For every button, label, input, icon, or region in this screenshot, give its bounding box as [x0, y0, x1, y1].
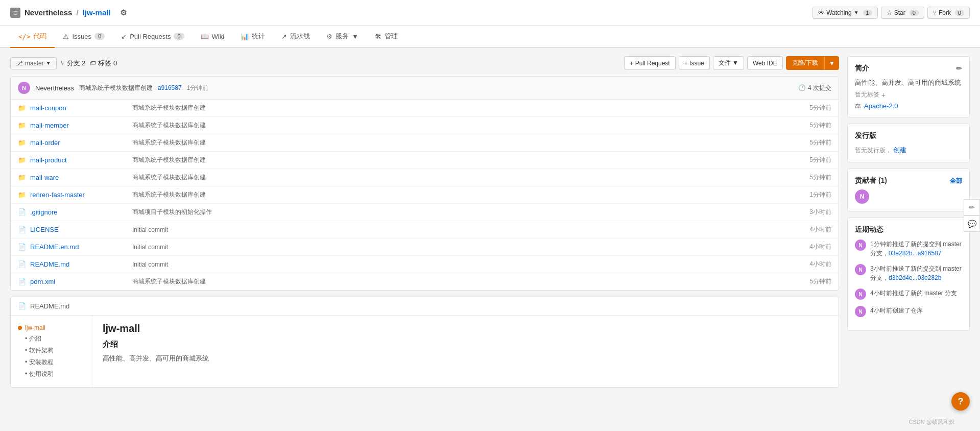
file-name[interactable]: mall-member — [30, 122, 122, 129]
commit-author[interactable]: Nevertheless — [35, 84, 74, 92]
file-name[interactable]: renren-fast-master — [30, 191, 122, 199]
activity-link[interactable]: 03e282b...a916587 — [889, 250, 941, 257]
readme-filename: README.md — [30, 302, 69, 310]
tab-code[interactable]: </> 代码 — [10, 26, 55, 48]
star-count: 0 — [910, 10, 919, 16]
branch-selector[interactable]: ⎇ master ▼ — [10, 57, 57, 69]
tab-pulls[interactable]: ↙ Pull Requests 0 — [113, 26, 192, 48]
files-button[interactable]: 文件 ▼ — [713, 56, 744, 70]
repo-name[interactable]: ljw-mall — [83, 8, 111, 17]
file-name[interactable]: mall-order — [30, 139, 122, 147]
contributors-all-link[interactable]: 全部 — [950, 177, 962, 185]
create-release-link[interactable]: 创建 — [893, 146, 906, 154]
web-ide-button[interactable]: Web IDE — [747, 56, 783, 70]
tag-label-text: 暂无标签 — [855, 90, 879, 99]
toc-item[interactable]: ljw-mall — [18, 323, 85, 333]
file-name[interactable]: LICENSE — [30, 226, 122, 233]
file-name[interactable]: mall-product — [30, 156, 122, 164]
tab-wiki[interactable]: 📖 Wiki — [193, 26, 233, 48]
file-name[interactable]: pom.xml — [30, 278, 122, 285]
activity-avatar: N — [855, 264, 866, 275]
file-time: 5分钟前 — [809, 173, 831, 182]
tab-issues[interactable]: ⚠ Issues 0 — [55, 26, 113, 48]
tab-admin[interactable]: 🛠 管理 — [367, 26, 406, 48]
commit-hash[interactable]: a916587 — [158, 84, 182, 91]
pull-request-button[interactable]: + Pull Request — [624, 56, 675, 70]
file-time: 5分钟前 — [809, 104, 831, 112]
release-empty-text: 暂无发行版， — [855, 147, 892, 154]
toc-item[interactable]: • 介绍 — [18, 333, 85, 345]
clone-download-group: 克隆/下载 ▼ — [786, 56, 839, 70]
watch-button[interactable]: 👁 Watching ▼ 1 — [812, 7, 878, 19]
issue-button[interactable]: + Issue — [679, 56, 710, 70]
tab-pipeline[interactable]: ↗ 流水线 — [273, 26, 318, 48]
tab-stats[interactable]: 📊 统计 — [232, 26, 273, 48]
top-actions: 👁 Watching ▼ 1 ☆ Star 0 ⑂ Fork 0 — [812, 7, 970, 19]
folder-icon: 📁 — [18, 122, 26, 129]
add-tag-button[interactable]: + — [881, 91, 886, 99]
file-name[interactable]: mall-ware — [30, 174, 122, 181]
repo-owner[interactable]: Nevertheless — [25, 8, 72, 17]
readme-title: ljw-mall — [103, 323, 828, 334]
file-commit-msg: Initial commit — [132, 244, 799, 251]
file-row: 📁mall-product商城系统子模块数据库创建5分钟前 — [11, 152, 839, 169]
file-name[interactable]: mall-coupon — [30, 104, 122, 112]
file-commit-msg: 商城系统子模块数据库创建 — [132, 156, 799, 164]
contributor-avatar-n[interactable]: N — [855, 189, 869, 204]
toc-item[interactable]: • 使用说明 — [18, 368, 85, 380]
tab-wiki-label: Wiki — [212, 33, 225, 40]
activity-link[interactable]: d3b2d4e...03e282b — [889, 274, 941, 281]
file-row: 📄pom.xml商城系统子模块数据库创建5分钟前 — [11, 273, 839, 290]
release-title: 发行版 — [855, 131, 962, 140]
activity-text: 3小时前推送了新的提交到 master 分支，d3b2d4e...03e282b — [870, 264, 962, 282]
star-button[interactable]: ☆ Star 0 — [881, 7, 924, 19]
file-name[interactable]: .gitignore — [30, 208, 122, 216]
fork-button[interactable]: ⑂ Fork 0 — [927, 7, 970, 19]
files-label: 文件 — [719, 59, 731, 66]
release-section: 发行版 暂无发行版， 创建 — [847, 124, 970, 162]
file-name[interactable]: README.en.md — [30, 243, 122, 251]
tab-nav: </> 代码 ⚠ Issues 0 ↙ Pull Requests 0 📖 Wi… — [0, 26, 980, 48]
tags-meta[interactable]: 🏷 标签 0 — [89, 59, 117, 68]
repo-settings-icon[interactable]: ⚙ — [120, 8, 127, 17]
file-row: 📁mall-coupon商城系统子模块数据库创建5分钟前 — [11, 100, 839, 117]
clone-dropdown-button[interactable]: ▼ — [824, 56, 839, 70]
activity-items: N1分钟前推送了新的提交到 master 分支，03e282b...a91658… — [855, 240, 962, 317]
intro-section: 简介 ✏ 高性能、高并发、高可用的商城系统 暂无标签 + ⚖ Apache-2.… — [847, 56, 970, 117]
left-panel: ⎇ master ▼ ⑂ 分支 2 🏷 标签 0 + Pull Request … — [10, 56, 839, 388]
readme-header: 📄 README.md — [11, 297, 839, 316]
activity-item: N4小时前推送了新的 master 分支 — [855, 289, 962, 300]
toc-item[interactable]: • 安装教程 — [18, 356, 85, 368]
pulls-icon: ↙ — [121, 33, 127, 40]
repo-separator: / — [76, 8, 78, 17]
license-link[interactable]: Apache-2.0 — [864, 102, 898, 110]
folder-icon: 📁 — [18, 191, 26, 199]
commit-row: N Nevertheless 商城系统子模块数据库创建 a916587 1分钟前… — [11, 77, 839, 100]
edit-icon[interactable]: ✏ — [956, 64, 962, 73]
clone-button[interactable]: 克隆/下载 — [786, 56, 824, 70]
tab-admin-label: 管理 — [385, 32, 398, 41]
branches-meta[interactable]: ⑂ 分支 2 — [61, 59, 86, 68]
contributors-title: 贡献者 (1) 全部 — [855, 176, 962, 185]
file-commit-msg: 商城项目子模块的初始化操作 — [132, 208, 799, 217]
file-time: 3小时前 — [809, 208, 831, 217]
commit-count[interactable]: 4 次提交 — [808, 84, 831, 92]
tab-services[interactable]: ⚙ 服务 ▼ — [318, 26, 367, 48]
star-icon: ☆ — [887, 9, 892, 16]
file-commit-msg: 商城系统子模块数据库创建 — [132, 173, 799, 182]
edge-chat-icon[interactable]: 💬 — [964, 216, 980, 232]
toc-item[interactable]: • 软件架构 — [18, 345, 85, 356]
stats-icon: 📊 — [241, 33, 249, 40]
fork-count: 0 — [955, 10, 964, 16]
file-time: 1分钟前 — [809, 190, 831, 199]
tab-services-label: 服务 — [336, 32, 349, 41]
commit-avatar: N — [18, 82, 30, 94]
branch-bar: ⎇ master ▼ ⑂ 分支 2 🏷 标签 0 + Pull Request … — [10, 56, 839, 70]
contributors-section: 贡献者 (1) 全部 N — [847, 169, 970, 211]
readme-toc: ljw-mall• 介绍• 软件架构• 安装教程• 使用说明 — [11, 316, 92, 387]
edge-edit-icon[interactable]: ✏ — [964, 199, 980, 216]
file-name[interactable]: README.md — [30, 260, 122, 268]
file-table: N Nevertheless 商城系统子模块数据库创建 a916587 1分钟前… — [10, 76, 839, 291]
pipeline-icon: ↗ — [281, 33, 287, 40]
watch-dropdown-icon: ▼ — [854, 10, 859, 15]
